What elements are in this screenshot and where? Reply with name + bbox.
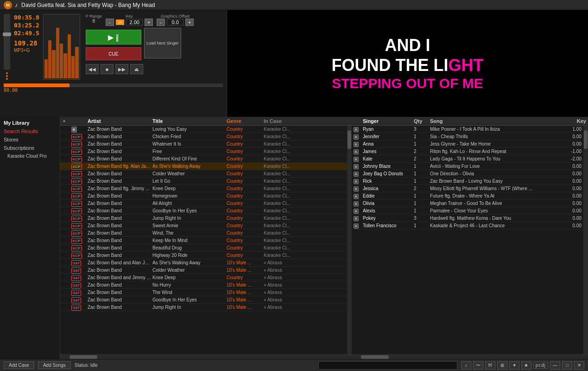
queue-row[interactable]: K Joey Bag O Donuts 1 One Direction - Ol… (352, 170, 583, 178)
sort-col-header[interactable]: ▲ (62, 118, 71, 124)
queue-row[interactable]: K Ryan 3 Mike Posner - I Took A Pill In … (352, 126, 583, 133)
song-list-row[interactable]: SAT Zac Brown Band and Jimmy ... Knee De… (60, 274, 347, 281)
title-col: Goodbye In Her Eyes (152, 208, 227, 213)
queue-row[interactable]: K Eddie 1 Future ftg. Drake - Where Ya A… (352, 192, 583, 200)
key-plus-button[interactable]: + (145, 19, 153, 26)
graphics-plus-button[interactable]: + (185, 19, 194, 26)
badge-col: KCP (71, 216, 88, 221)
title-col-header[interactable]: Title (152, 118, 227, 124)
eject-button[interactable]: ⏏ (130, 64, 143, 74)
genre-col-header[interactable]: Genre (227, 118, 264, 124)
sidebar-item-subscriptions[interactable]: Subscriptions (0, 144, 60, 152)
fastforward-button[interactable]: ▶▶ (115, 64, 128, 74)
song-badge: KCP (71, 186, 82, 192)
queue-scrollbar[interactable] (583, 126, 588, 354)
song-list-row[interactable]: KCP Zac Brown Band Chicken Fried Country… (60, 133, 347, 141)
maximize-button[interactable]: □ (562, 361, 572, 370)
song-list-hscrollbar[interactable] (60, 354, 352, 359)
song-list-scrollbar[interactable] (347, 126, 352, 354)
volume-fader[interactable] (4, 14, 10, 80)
song-list-row[interactable]: KCP Zac Brown Band Whatever It Is Countr… (60, 141, 347, 148)
title-col: Different Kind Of Fine (152, 156, 227, 161)
add-songs-button[interactable]: Add Songs (38, 361, 71, 369)
song-list-row[interactable]: KCP Zac Brown Band Highway 20 Ride Count… (60, 252, 347, 259)
ja-button[interactable]: JA (116, 19, 125, 25)
queue-row[interactable]: K Olivia 1 Meghan Trainor - Good To Be A… (352, 200, 583, 207)
badge-col: KCP (71, 223, 88, 228)
song-list-row[interactable]: KCP Zac Brown Band Sweet Annie Country K… (60, 222, 347, 230)
sidebar-item-karaoke-cloud-pro[interactable]: Karaoke Cloud Pro (0, 152, 60, 160)
song-list-row[interactable]: SAT Zac Brown Band Colder Weather 10's M… (60, 267, 347, 274)
stop-button[interactable]: ■ (101, 64, 114, 74)
song-list-row[interactable]: KCP Zac Brown Band Colder Weather Countr… (60, 170, 347, 178)
song-list-row[interactable]: KCP Zac Brown Band Let It Go Country Kar… (60, 178, 347, 185)
add-case-button[interactable]: Add Case (4, 361, 34, 369)
song-list-row[interactable]: SAT Zac Brown Band No Hurry 10's Male ..… (60, 281, 347, 289)
queue-row[interactable]: K Tollen Francisco 1 Kaskade & Project 4… (352, 222, 583, 230)
queue-row[interactable]: K James 2 Riton ftg. Kah-Lo - Rinse And … (352, 148, 583, 155)
progress-bar-container (4, 83, 223, 87)
title-col: As She's Walking Away (152, 164, 227, 169)
song-list-row[interactable]: KCP Zac Brown Band Homegrown Country Kar… (60, 192, 347, 200)
queue-row[interactable]: K Alexis 1 Parmalee - Close Your Eyes 0.… (352, 207, 583, 215)
genre-col: 10's Male ... (227, 297, 264, 302)
sidebar-item-stores[interactable]: Stores (0, 135, 60, 144)
song-badge: KCP (71, 216, 82, 222)
song-list-row[interactable]: KCP Zac Brown Band Different Kind Of Fin… (60, 155, 347, 163)
queue-hscrollbar-thumb[interactable] (361, 355, 389, 359)
play-pause-button[interactable]: ▶ ‖ (86, 30, 141, 45)
search-input[interactable] (318, 361, 457, 370)
song-list-row[interactable]: SAT Zac Brown Band The Wind 10's Male ..… (60, 289, 347, 296)
h-icon-button[interactable]: H (485, 361, 495, 370)
incase-col: Karaoke Cl... (264, 156, 305, 161)
queue-row[interactable]: K Anna 1 Jess Glynne - Take Me Home 0.00 (352, 141, 583, 148)
queue-row[interactable]: K Jennifer 1 Sia - Cheap Thrills 0.00 (352, 133, 583, 141)
sidebar-item-search-results[interactable]: Search Results (0, 127, 60, 135)
graphics-offset-control: Graphics Offset - 0.0 + (157, 14, 194, 26)
library-header[interactable]: My Library (0, 119, 60, 127)
queue-row[interactable]: K Kate 2 Lady Gaga - Til It Happens To Y… (352, 155, 583, 163)
song-list-row[interactable]: KCP Zac Brown Band Jump Right In Country… (60, 215, 347, 222)
queue-singer-col-header[interactable]: Singer (363, 118, 414, 124)
song-list-row[interactable]: KCP Zac Brown Band Free Country Karaoke … (60, 148, 347, 155)
grid-icon-button[interactable]: ⊞ (497, 361, 507, 370)
artist-col-header[interactable]: Artist (88, 118, 152, 124)
song-list-row[interactable]: KCP Zac Brown Band Beautiful Drug Countr… (60, 244, 347, 252)
song-list-row[interactable]: KCP Zac Brown Band ftg. Jimmy ... Knee D… (60, 185, 347, 192)
queue-qty-col-header[interactable]: Qty (414, 118, 430, 124)
queue-row[interactable]: K Johnny Blaze 1 Avicii - Waiting For Lo… (352, 163, 583, 170)
song-list-row[interactable]: KCP Zac Brown Band Keep Me In Mind Count… (60, 237, 347, 244)
queue-key-col-header[interactable]: Key (568, 118, 586, 124)
key-minus-button[interactable]: - (106, 19, 114, 26)
title-col: Colder Weather (152, 171, 227, 176)
settings-icon-button[interactable]: ✦ (509, 361, 519, 370)
song-list-row[interactable]: SAT Zac Brown Band Goodbye In Her Eyes 1… (60, 296, 347, 304)
song-list-row[interactable]: KCP Zac Brown Band ftg. Alan Ja... As Sh… (60, 163, 347, 170)
song-list-row[interactable]: K Zac Brown Band Loving You Easy Country… (60, 126, 347, 133)
queue-singer-col: Rick (363, 179, 414, 184)
close-button[interactable]: ✕ (574, 361, 584, 370)
minimize-button[interactable]: — (550, 361, 560, 370)
queue-row[interactable]: K Jessica 2 Missy Elliott ftg Pharrell W… (352, 185, 583, 192)
star-icon-button[interactable]: ★ (521, 361, 531, 370)
artist-col: Zac Brown Band (88, 127, 152, 132)
song-list-hscrollbar-thumb[interactable] (70, 355, 97, 359)
queue-hscrollbar[interactable] (352, 354, 588, 359)
rewind-button[interactable]: ◀◀ (86, 64, 99, 74)
load-next-button[interactable]: Load Next Singer (144, 28, 181, 58)
incase-col-header[interactable]: In Case (264, 118, 305, 124)
song-list-row[interactable]: KCP Zac Brown Band All Alright Country K… (60, 200, 347, 207)
song-list-row[interactable]: KCP Zac Brown Band Wind, The Country Kar… (60, 230, 347, 237)
song-list-scrollbar-thumb[interactable] (348, 130, 351, 149)
queue-scrollbar-thumb[interactable] (584, 130, 588, 149)
graphics-minus-button[interactable]: - (157, 19, 165, 26)
song-list-row[interactable]: KCP Zac Brown Band Goodbye In Her Eyes C… (60, 207, 347, 215)
song-list-row[interactable]: SAT Zac Brown Band and Alan J... As She'… (60, 259, 347, 267)
music-note-icon-button[interactable]: ♪ (461, 361, 471, 370)
queue-song-col-header[interactable]: Song (430, 118, 568, 124)
queue-row[interactable]: K Rick 1 Zac Brown Band - Loving You Eas… (352, 178, 583, 185)
cue-button[interactable]: CUE (86, 47, 141, 60)
queue-row[interactable]: K Pokey 3 Hardwell ftg. Matthew Koma - D… (352, 215, 583, 222)
song-list-row[interactable]: SAT Zac Brown Band Jump Right In 10's Ma… (60, 304, 347, 311)
waveform-icon-button[interactable]: 〜 (473, 361, 483, 370)
